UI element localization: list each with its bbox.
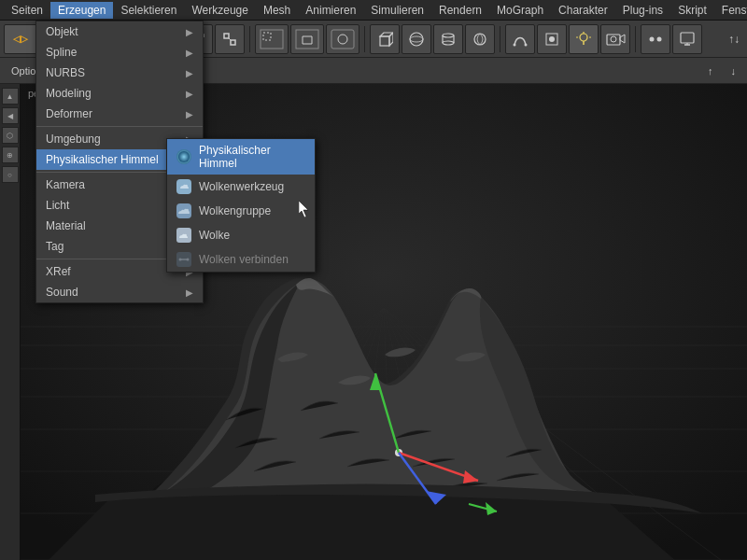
menu-skript[interactable]: Skript [670,2,714,19]
menu-charakter[interactable]: Charakter [551,2,615,19]
viewport-up-btn[interactable]: ↑ [700,63,721,78]
submenu-phys-himmel[interactable]: Physikalischer Himmel [167,139,315,175]
sep-4 [364,26,365,52]
menu-selektieren[interactable]: Selektieren [113,2,184,19]
nurbs-arrow: ▶ [186,68,193,78]
svg-point-22 [443,41,454,45]
menu-fenster[interactable]: Fenster [714,2,747,19]
particles-btn[interactable] [641,24,670,54]
wolkengruppe-icon [176,203,191,218]
menu-mograph[interactable]: MoGraph [489,2,551,19]
svg-point-27 [549,36,555,42]
spline-arrow: ▶ [186,48,193,58]
svg-marker-34 [620,35,625,43]
wolke-icon [176,228,191,243]
svg-point-17 [410,33,423,46]
left-panel: ▲ ◀ ⬡ ⊕ ○ [0,84,21,560]
svg-line-7 [229,38,231,40]
menubar: Seiten Erzeugen Selektieren Werkzeuge Me… [0,0,747,21]
left-tool-2[interactable]: ◀ [2,107,19,124]
svg-point-18 [410,36,423,42]
viewport-down-btn[interactable]: ↓ [724,63,744,78]
svg-point-83 [187,259,190,261]
wolken-verbinden-icon [176,252,191,267]
svg-point-76 [178,151,190,162]
svg-rect-38 [681,33,694,43]
left-tool-5[interactable]: ○ [2,166,19,183]
sep-6 [635,26,636,52]
sky-icon [176,149,191,164]
light-btn[interactable] [569,24,599,54]
svg-rect-6 [231,40,235,45]
svg-point-37 [657,36,662,41]
menu-animieren[interactable]: Animieren [298,2,363,19]
menu-sound[interactable]: Sound ▶ [36,282,203,302]
svg-point-25 [525,43,528,46]
svg-marker-16 [389,33,393,46]
svg-rect-10 [296,30,318,49]
menu-seiten[interactable]: Seiten [4,2,50,19]
svg-point-24 [514,43,516,46]
render-region-btn[interactable] [255,24,289,54]
sphere-btn[interactable] [402,24,431,54]
svg-rect-12 [331,30,354,49]
svg-point-23 [474,34,486,45]
scale-btn[interactable] [215,24,245,54]
menu-erzeugen[interactable]: Erzeugen [50,2,113,19]
svg-rect-14 [380,36,389,46]
wolkenwerkzeug-icon [176,179,191,194]
cylinder-btn[interactable] [433,24,463,54]
menu-deformer[interactable]: Deformer ▶ [36,104,203,124]
render-picture-btn[interactable] [290,24,324,54]
svg-point-28 [580,34,587,41]
camera-btn[interactable] [600,24,630,54]
nav-btn-1[interactable]: ◁▷ [4,24,37,54]
modeling-arrow: ▶ [186,89,193,99]
svg-point-19 [443,34,454,37]
display-btn[interactable] [672,24,702,54]
svg-point-82 [179,259,182,261]
submenu-wolkengruppe[interactable]: Wolkengruppe [167,199,315,223]
menu-mesh[interactable]: Mesh [256,2,298,19]
cube-btn[interactable] [370,24,400,54]
svg-point-13 [338,35,347,44]
submenu-wolke[interactable]: Wolke [167,223,315,247]
objekt-arrow: ▶ [186,27,193,37]
svg-rect-5 [224,34,229,38]
svg-point-35 [611,36,616,42]
submenu-wolkenwerkzeug[interactable]: Wolkenwerkzeug [167,175,315,199]
menu-werkzeuge[interactable]: Werkzeuge [184,2,255,19]
menu-modeling[interactable]: Modeling ▶ [36,83,203,104]
svg-rect-9 [263,33,271,40]
menu-plugins[interactable]: Plug-ins [615,2,670,19]
special-btn[interactable] [465,24,495,54]
left-tool-3[interactable]: ⬡ [2,127,19,144]
left-tool-1[interactable]: ▲ [2,88,19,105]
viewport-arrows[interactable]: ↑↓ [725,31,743,48]
menu-objekt[interactable]: Objekt ▶ [36,21,203,42]
himmel-submenu: Physikalischer Himmel Wolkenwerkzeug Wol… [166,138,316,273]
sound-arrow: ▶ [186,287,193,298]
menu-rendern[interactable]: Rendern [431,2,489,19]
sep-3 [249,26,250,52]
svg-marker-66 [49,495,674,560]
menu-nurbs[interactable]: NURBS ▶ [36,63,203,83]
modifier-btn[interactable] [537,24,567,54]
svg-point-36 [650,36,655,41]
svg-marker-11 [303,36,312,44]
nurbs-btn[interactable] [505,24,535,54]
divider-1 [36,126,203,127]
menu-simulieren[interactable]: Simulieren [363,2,431,19]
left-tool-4[interactable]: ⊕ [2,147,19,163]
menu-spline[interactable]: Spline ▶ [36,42,203,63]
render-view-btn[interactable] [326,24,359,54]
deformer-arrow: ▶ [186,109,193,119]
sep-5 [500,26,500,52]
submenu-wolken-verbinden[interactable]: Wolken verbinden [167,247,315,272]
